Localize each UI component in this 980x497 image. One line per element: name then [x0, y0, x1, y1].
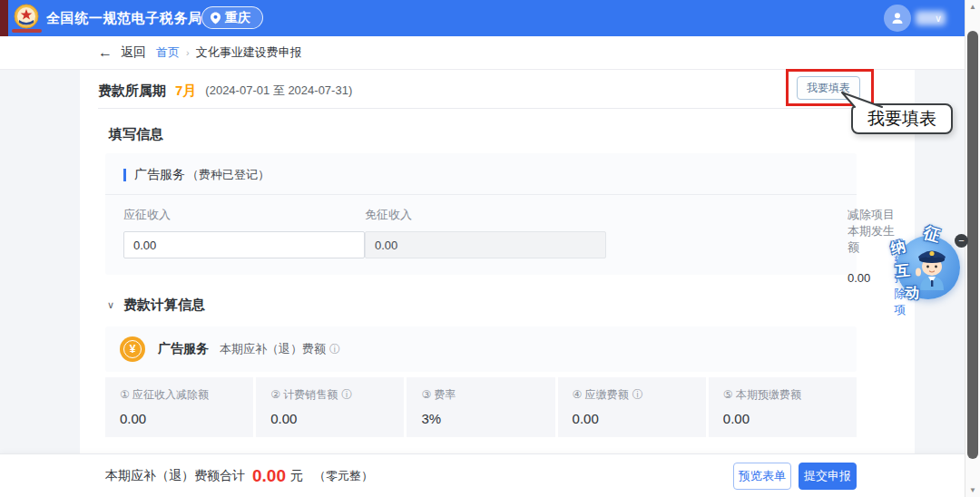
total-summary: 本期应补（退）费额合计 0.00 元 （零元整）	[105, 454, 373, 497]
stat-value: 0.00	[270, 411, 389, 426]
location-label: 重庆	[225, 10, 250, 26]
mascot-char-na: 纳	[889, 237, 908, 258]
breadcrumb: 首页 › 文化事业建设费申报	[156, 36, 302, 69]
taxable-income-label: 应征收入	[123, 207, 365, 223]
scrollbar-thumb[interactable]	[967, 31, 978, 459]
preview-form-button[interactable]: 预览表单	[733, 463, 791, 490]
deduction-amount-value: 0.00	[848, 271, 870, 285]
fee-calc-card-header: ¥ 广告服务 本期应补（退）费额 ⓘ	[105, 326, 857, 372]
stat-value: 0.00	[573, 411, 691, 426]
calc-subtitle: 本期应补（退）费额	[220, 341, 326, 357]
exempt-income-input	[365, 231, 606, 258]
annotation-tooltip: 我要填表	[851, 103, 953, 134]
vertical-scrollbar[interactable]: ▲ ▼	[965, 0, 980, 497]
exempt-income-label: 免征收入	[365, 207, 606, 223]
mascot-char-hu: 互	[895, 261, 911, 282]
divider	[98, 108, 897, 109]
fee-calc-stats-row: ① 应征收入减除额 0.00 ② 计费销售额ⓘ 0.00 ③ 费率 3% ④ 应…	[105, 377, 857, 437]
location-badge[interactable]: 重庆	[201, 6, 263, 29]
stat-label: ④ 应缴费额ⓘ	[573, 387, 691, 403]
emblem-caption	[12, 29, 42, 33]
total-label: 本期应补（退）费额合计	[105, 468, 245, 484]
input-fields-row: 应征收入 免征收入 减除项目本期发生额 0.00 编辑扣除项	[105, 195, 857, 291]
fee-period-row: 费款所属期 7月 (2024-07-01 至 2024-07-31)	[98, 79, 352, 102]
etax-culture-fee-declaration-page: { "header": { "title": "全国统一规范电子税务局", "l…	[0, 0, 980, 497]
breadcrumb-bar: ← 返回 首页 › 文化事业建设费申报	[0, 36, 965, 70]
back-button[interactable]: ← 返回	[98, 36, 146, 69]
currency-unit: 元	[290, 468, 303, 484]
tax-emblem-logo	[14, 4, 39, 29]
mascot-char-dong: 动	[904, 283, 919, 303]
user-icon	[890, 11, 905, 25]
fill-table-button[interactable]: 我要填表	[797, 76, 860, 100]
calc-service-name: 广告服务	[158, 341, 209, 357]
fee-calc-section-title: 费款计算信息	[123, 297, 205, 314]
stat-value: 3%	[421, 411, 540, 426]
app-header: 全国统一规范电子税务局 重庆 ∨	[0, 0, 965, 36]
breadcrumb-home-link[interactable]: 首页	[156, 44, 180, 61]
exempt-income-field: 免征收入	[365, 207, 606, 291]
amount-in-words: （零元整）	[314, 468, 373, 484]
breadcrumb-current: 文化事业建设费申报	[196, 44, 302, 61]
fee-period-label: 费款所属期	[98, 83, 166, 100]
collapse-chevron-icon[interactable]: ∨	[107, 299, 114, 311]
brand-edge-strip	[0, 0, 8, 36]
footer-action-bar: 本期应补（退）费额合计 0.00 元 （零元整） 预览表单 提交申报	[0, 453, 965, 497]
declaration-form-panel: 费款所属期 7月 (2024-07-01 至 2024-07-31) 我要填表 …	[80, 70, 915, 453]
stat-label: ② 计费销售额ⓘ	[270, 387, 389, 403]
section-marker-bar	[123, 169, 126, 181]
service-status: （费种已登记）	[187, 167, 270, 183]
submit-declaration-button[interactable]: 提交申报	[799, 463, 857, 490]
location-pin-icon	[211, 12, 220, 24]
taxable-income-input[interactable]	[123, 231, 365, 258]
stat-fee-rate: ③ 费率 3%	[407, 377, 554, 437]
stat-billable-sales: ② 计费销售额ⓘ 0.00	[256, 377, 404, 437]
scroll-down-arrow[interactable]: ▼	[965, 486, 980, 494]
fee-period-range: (2024-07-01 至 2024-07-31)	[205, 83, 352, 99]
scroll-up-arrow[interactable]: ▲	[965, 3, 980, 11]
avatar[interactable]	[884, 5, 911, 32]
stat-payable-fee: ④ 应缴费额ⓘ 0.00	[558, 377, 706, 437]
info-icon[interactable]: ⓘ	[341, 387, 352, 403]
service-name: 广告服务	[134, 167, 185, 183]
back-label: 返回	[121, 44, 146, 61]
total-amount: 0.00	[252, 466, 286, 486]
stat-income-deduction: ① 应征收入减除额 0.00	[105, 377, 253, 437]
service-header-row: 广告服务 （费种已登记）	[105, 153, 857, 194]
fill-info-card: 广告服务 （费种已登记） 应征收入 免征收入 减除项目本期发生额 0.00 编辑…	[105, 153, 857, 275]
back-arrow-icon: ←	[98, 44, 113, 61]
coin-icon: ¥	[120, 336, 145, 362]
info-icon[interactable]: ⓘ	[329, 342, 340, 357]
fee-calc-section-header: ∨ 费款计算信息	[107, 297, 205, 314]
mascot-minimize-button[interactable]: −	[955, 234, 968, 248]
breadcrumb-separator: ›	[186, 47, 190, 58]
stat-value: 0.00	[723, 411, 842, 426]
chevron-down-icon[interactable]: ∨	[935, 0, 942, 36]
stat-label: ③ 费率	[421, 387, 540, 403]
fee-period-month: 7月	[175, 83, 196, 100]
stat-label: ① 应征收入减除额	[120, 387, 239, 403]
stat-value: 0.00	[120, 411, 239, 426]
fill-info-section-title: 填写信息	[109, 126, 163, 143]
taxable-income-field: 应征收入	[123, 207, 365, 291]
stat-label: ⑤ 本期预缴费额	[723, 387, 842, 403]
stat-prepaid-fee: ⑤ 本期预缴费额 0.00	[709, 377, 857, 437]
app-title: 全国统一规范电子税务局	[46, 0, 202, 36]
info-icon[interactable]: ⓘ	[632, 387, 643, 403]
